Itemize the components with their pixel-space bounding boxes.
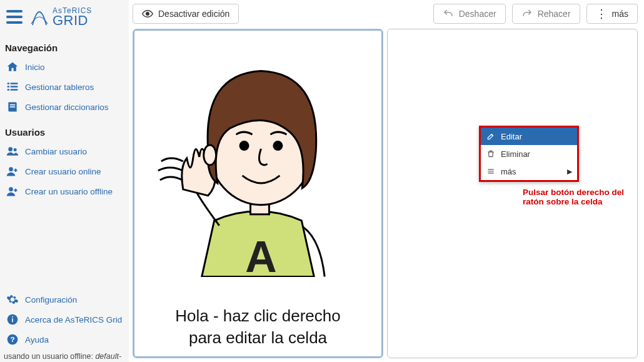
svg-rect-13 <box>12 318 13 322</box>
home-icon <box>5 61 20 73</box>
svg-point-8 <box>8 147 13 151</box>
svg-point-9 <box>14 148 17 151</box>
nav-manage-boards-label: Gestionar tableros <box>25 83 94 92</box>
undo-button[interactable]: Deshacer <box>433 4 506 24</box>
svg-rect-3 <box>11 86 18 88</box>
context-more-label: más <box>501 167 516 176</box>
grid-cell-1[interactable]: A Hola - haz clic derecho para editar la… <box>133 29 383 358</box>
user-plus-icon <box>5 165 20 178</box>
nav-switch-user[interactable]: Cambiar usuario <box>4 141 125 161</box>
eye-icon <box>142 8 153 19</box>
svg-point-21 <box>239 141 249 151</box>
cell-image: A <box>133 29 383 300</box>
nav-section-navigation: Navegación Inicio Gestionar tableros Ges… <box>4 39 125 117</box>
svg-point-10 <box>9 167 13 171</box>
redo-icon <box>521 8 533 19</box>
info-icon <box>5 313 20 326</box>
more-label: más <box>612 9 628 19</box>
svg-rect-14 <box>12 316 13 318</box>
svg-rect-0 <box>8 83 9 84</box>
footer-prefix: usando un usuario offline: <box>4 352 95 361</box>
svg-rect-4 <box>8 89 9 91</box>
nav-heading-users: Usuarios <box>4 123 125 141</box>
more-bars-icon <box>486 166 496 176</box>
menu-toggle-button[interactable] <box>6 10 23 24</box>
cell-caption-line2: para editar la celda <box>189 328 327 347</box>
more-dots-icon: ⋮ <box>596 8 607 19</box>
context-menu: Editar Eliminar más ▶ <box>479 126 579 182</box>
svg-rect-6 <box>10 104 15 106</box>
nav-create-offline-label: Crear un usuario offline <box>25 187 113 196</box>
cell-caption-line1: Hola - haz clic derecho <box>175 306 340 325</box>
svg-point-11 <box>9 187 13 191</box>
nav-help-label: Ayuda <box>25 335 49 344</box>
undo-icon <box>443 8 454 19</box>
svg-point-17 <box>146 13 149 16</box>
svg-rect-1 <box>11 83 18 84</box>
context-item-more[interactable]: más ▶ <box>481 163 577 180</box>
nav-switch-user-label: Cambiar usuario <box>25 147 87 156</box>
footer-status: usando un usuario offline: default- <box>4 349 125 362</box>
list-icon <box>5 81 20 93</box>
sidebar-header: AsTeRICS GRID <box>4 4 125 33</box>
nav-settings[interactable]: Configuración <box>4 289 125 309</box>
disable-edit-label: Desactivar edición <box>158 9 229 19</box>
context-delete-label: Eliminar <box>501 149 530 159</box>
nav-create-online-label: Crear usuario online <box>25 167 101 176</box>
svg-text:A: A <box>245 233 276 277</box>
context-edit-label: Editar <box>501 132 522 141</box>
main: Desactivar edición Deshacer Rehacer ⋮ má… <box>129 0 644 362</box>
nav-heading-navigation: Navegación <box>4 39 125 57</box>
svg-point-22 <box>273 141 283 151</box>
svg-point-20 <box>204 145 216 165</box>
undo-label: Deshacer <box>459 9 496 19</box>
trash-icon <box>486 149 496 159</box>
user-plus-offline-icon <box>5 185 20 198</box>
svg-rect-2 <box>8 86 9 88</box>
svg-rect-5 <box>11 89 18 91</box>
gear-icon <box>5 293 20 306</box>
context-item-delete[interactable]: Eliminar <box>481 145 577 163</box>
toolbar: Desactivar edición Deshacer Rehacer ⋮ má… <box>133 4 638 29</box>
edit-icon <box>486 131 496 141</box>
book-icon <box>5 101 20 113</box>
context-item-edit[interactable]: Editar <box>481 128 577 145</box>
nav-manage-dicts-label: Gestionar diccionarios <box>25 103 109 112</box>
logo-text-line2: GRID <box>53 13 88 28</box>
nav-section-users: Usuarios Cambiar usuario Crear usuario o… <box>4 123 125 201</box>
nav-manage-dicts[interactable]: Gestionar diccionarios <box>4 97 125 117</box>
nav-about[interactable]: Acerca de AsTeRICS Grid <box>4 309 125 329</box>
nav-help[interactable]: ? Ayuda <box>4 329 125 349</box>
redo-label: Rehacer <box>538 9 571 19</box>
disable-edit-button[interactable]: Desactivar edición <box>133 4 239 24</box>
question-icon: ? <box>5 333 20 346</box>
nav-about-label: Acerca de AsTeRICS Grid <box>25 315 122 324</box>
nav-create-online[interactable]: Crear usuario online <box>4 161 125 181</box>
cell-caption: Hola - haz clic derecho para editar la c… <box>133 300 383 358</box>
nav-settings-label: Configuración <box>25 295 77 304</box>
users-icon <box>5 145 20 158</box>
nav-create-offline[interactable]: Crear un usuario offline <box>4 181 125 201</box>
more-button[interactable]: ⋮ más <box>586 4 638 24</box>
annotation-text: Pulsar botón derecho del ratón sobre la … <box>523 188 644 206</box>
redo-button[interactable]: Rehacer <box>512 4 580 24</box>
logo-icon <box>30 6 49 28</box>
nav-manage-boards[interactable]: Gestionar tableros <box>4 77 125 97</box>
svg-rect-7 <box>10 106 15 108</box>
footer-user: default- <box>95 352 121 361</box>
chevron-right-icon: ▶ <box>567 168 572 176</box>
nav-home[interactable]: Inicio <box>4 57 125 77</box>
sidebar: AsTeRICS GRID Navegación Inicio Gestiona… <box>0 0 129 362</box>
nav-section-bottom: Configuración Acerca de AsTeRICS Grid ? … <box>4 289 125 362</box>
nav-home-label: Inicio <box>25 63 45 72</box>
svg-text:?: ? <box>10 335 14 343</box>
app-logo: AsTeRICS GRID <box>30 6 92 28</box>
